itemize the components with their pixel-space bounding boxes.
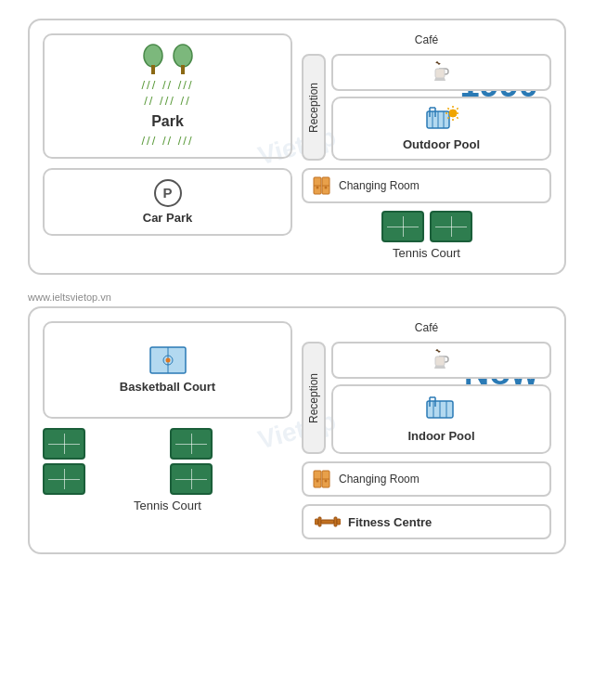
indoor-pool-box: Indoor Pool (331, 384, 551, 454)
outdoor-pool-label: Outdoor Pool (403, 137, 480, 151)
right-col-now: Café Reception (302, 321, 551, 539)
car-park-box: P Car Park (43, 168, 292, 236)
svg-line-16 (457, 108, 458, 109)
svg-line-17 (447, 117, 448, 118)
pool-icon-now (425, 395, 458, 423)
basketball-court-icon (149, 346, 187, 374)
layout-now: Basketball Court Café Reception (43, 321, 551, 539)
tree-icon-2 (171, 43, 195, 74)
tennis-court-now-4 (170, 463, 213, 495)
tennis-court-now-1 (43, 428, 85, 460)
fitness-box: Fitness Centre (302, 504, 551, 539)
changing-room-label-now: Changing Room (339, 473, 420, 486)
locker-icon-1990 (313, 175, 333, 196)
svg-line-15 (457, 117, 458, 118)
svg-point-23 (325, 187, 328, 189)
svg-rect-41 (321, 520, 334, 524)
coffee-icon-1990 (431, 61, 453, 84)
tree-icon-1 (141, 43, 165, 74)
svg-rect-4 (435, 69, 445, 78)
changing-room-box-1990: Changing Room (302, 168, 551, 203)
diagram-now-box: Vietop Basketball Court Café (28, 306, 566, 554)
cafe-icon-box-now (331, 342, 551, 379)
svg-rect-43 (337, 519, 341, 525)
svg-point-0 (144, 45, 162, 67)
tennis-court-2 (430, 211, 472, 242)
locker-icon-now (313, 469, 333, 489)
diagram-now-wrapper: Vietop Basketball Court Café (28, 306, 566, 554)
svg-point-37 (316, 480, 319, 483)
svg-rect-28 (435, 356, 445, 366)
changing-room-label-1990: Changing Room (339, 179, 420, 192)
svg-point-38 (325, 480, 328, 483)
changing-room-box-now: Changing Room (302, 461, 551, 497)
right-col-1990: Café Reception (302, 33, 551, 260)
svg-rect-3 (181, 65, 185, 74)
tennis-court-now-2 (170, 428, 213, 460)
indoor-pool-label: Indoor Pool (407, 429, 474, 443)
park-grass: /// // /// // /// // (141, 78, 193, 110)
basketball-box: Basketball Court (43, 321, 292, 419)
cafe-label-1990: Café (302, 33, 551, 46)
svg-rect-1 (151, 65, 155, 74)
cafe-reception-row: Reception (302, 54, 551, 161)
diagram-1990-wrapper: Vietop /// // /// // /// // (28, 19, 566, 275)
reception-bar-now: Reception (302, 342, 326, 454)
tennis-court-1 (381, 211, 424, 242)
cafe-icon-box-1990 (331, 54, 551, 91)
cafe-reception-row-now: Reception (302, 342, 551, 454)
coffee-icon-now (431, 349, 453, 371)
parking-symbol: P (154, 179, 182, 207)
layout-1990: /// // /// // /// // Park /// // /// Caf… (43, 33, 551, 260)
cafe-label-now: Café (302, 321, 551, 334)
reception-bar-1990: Reception (302, 54, 326, 161)
svg-rect-39 (315, 519, 318, 525)
tennis-courts-1990 (381, 211, 472, 242)
svg-point-27 (165, 357, 170, 362)
park-grass-2: /// // /// (141, 134, 193, 149)
car-park-label: Car Park (143, 211, 192, 225)
website-label: www.ieltsvietop.vn (28, 292, 111, 303)
basketball-label: Basketball Court (120, 380, 215, 394)
park-label: Park (151, 113, 184, 130)
svg-point-22 (316, 187, 319, 189)
diagram-1990-box: Vietop /// // /// // /// // (28, 19, 566, 275)
svg-line-14 (447, 108, 448, 109)
park-box: /// // /// // /// // Park /// // /// (43, 33, 292, 159)
tennis-court-now-3 (43, 463, 85, 495)
fitness-label: Fitness Centre (348, 515, 432, 529)
tennis-now-col: Tennis Court (43, 428, 292, 540)
pool-icon-1990 (425, 106, 458, 134)
svg-point-2 (174, 45, 192, 67)
tennis-grid-now (43, 428, 292, 495)
tennis-label-now: Tennis Court (43, 499, 292, 512)
park-trees (141, 43, 195, 74)
outdoor-pool-box: Outdoor Pool (331, 97, 551, 161)
tennis-label-1990: Tennis Court (393, 246, 460, 260)
dumbbell-icon (315, 513, 341, 530)
svg-point-9 (449, 110, 457, 117)
